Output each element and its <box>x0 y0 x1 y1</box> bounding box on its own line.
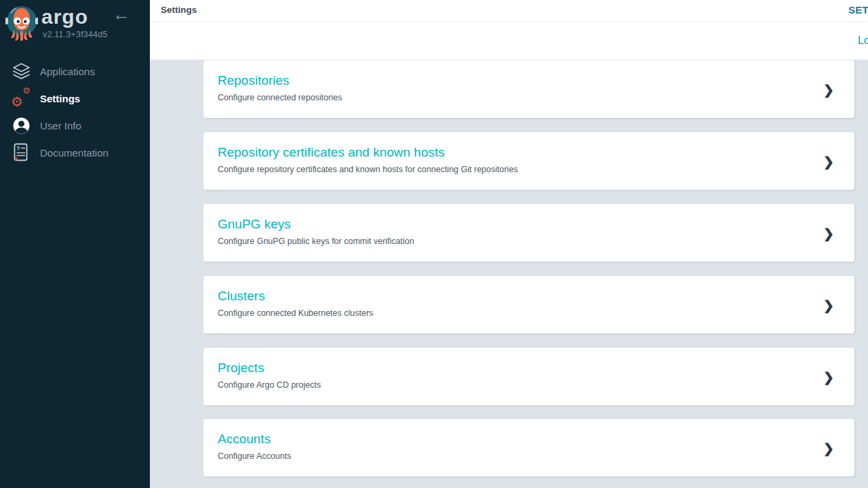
card-projects[interactable]: Projects Configure Argo CD projects <box>203 348 854 405</box>
card-accounts[interactable]: Accounts Configure Accounts <box>203 419 854 476</box>
secondary-toolbar: Log out <box>150 22 868 60</box>
sidebar-item-label: Settings <box>40 93 80 104</box>
sidebar-header: argo v2.11.3+3f344d5 <box>0 0 150 58</box>
chevron-right-icon <box>823 370 834 383</box>
sidebar-item-label: Documentation <box>40 147 108 159</box>
chevron-right-icon <box>823 83 834 96</box>
sidebar-item-user-info[interactable]: User Info <box>0 112 150 139</box>
card-description: Configure repository certificates and kn… <box>218 165 518 174</box>
card-title: GnuPG keys <box>218 217 291 232</box>
card-description: Configure Argo CD projects <box>218 380 321 390</box>
sidebar-item-settings[interactable]: Settings <box>0 85 150 112</box>
sidebar-menu: Applications Settings User Info <box>0 58 150 166</box>
card-description: Configure Accounts <box>218 451 291 461</box>
card-title: Projects <box>218 361 264 375</box>
argo-octopus-icon[interactable] <box>5 3 38 45</box>
layers-icon <box>10 61 32 81</box>
gears-icon <box>10 88 32 108</box>
sidebar-item-applications[interactable]: Applications <box>0 58 150 85</box>
settings-list: Repositories Configure connected reposit… <box>150 60 868 488</box>
back-arrow-icon[interactable] <box>113 5 130 23</box>
card-repositories[interactable]: Repositories Configure connected reposit… <box>203 60 854 118</box>
user-icon <box>10 115 32 136</box>
card-repository-certificates[interactable]: Repository certificates and known hosts … <box>203 132 854 190</box>
card-clusters[interactable]: Clusters Configure connected Kubernetes … <box>203 276 854 333</box>
card-gnupg-keys[interactable]: GnuPG keys Configure GnuPG public keys f… <box>203 204 854 262</box>
card-title: Repository certificates and known hosts <box>218 145 445 160</box>
argo-wordmark[interactable]: argo <box>41 5 88 28</box>
sidebar-item-label: User Info <box>40 120 81 131</box>
chevron-right-icon <box>823 298 834 311</box>
svg-text:?: ? <box>16 145 20 152</box>
card-title: Repositories <box>218 73 290 88</box>
page-title: Settings <box>161 5 197 15</box>
logout-link[interactable]: Log out <box>858 35 868 47</box>
chevron-right-icon <box>823 226 834 239</box>
breadcrumb[interactable]: SETTINGS <box>848 4 868 16</box>
book-icon: ? <box>10 142 32 163</box>
chevron-right-icon <box>823 441 834 454</box>
sidebar: argo v2.11.3+3f344d5 Applications Settin… <box>0 0 150 488</box>
card-description: Configure GnuPG public keys for commit v… <box>218 237 414 246</box>
card-title: Accounts <box>218 432 271 447</box>
top-toolbar: Settings SETTINGS <box>150 0 868 22</box>
version-label: v2.11.3+3f344d5 <box>43 30 108 39</box>
card-title: Clusters <box>218 289 265 304</box>
card-description: Configure connected repositories <box>218 93 342 102</box>
card-description: Configure connected Kubernetes clusters <box>218 308 373 318</box>
chevron-right-icon <box>823 155 834 167</box>
sidebar-item-label: Applications <box>40 66 95 77</box>
sidebar-item-documentation[interactable]: ? Documentation <box>0 139 150 166</box>
